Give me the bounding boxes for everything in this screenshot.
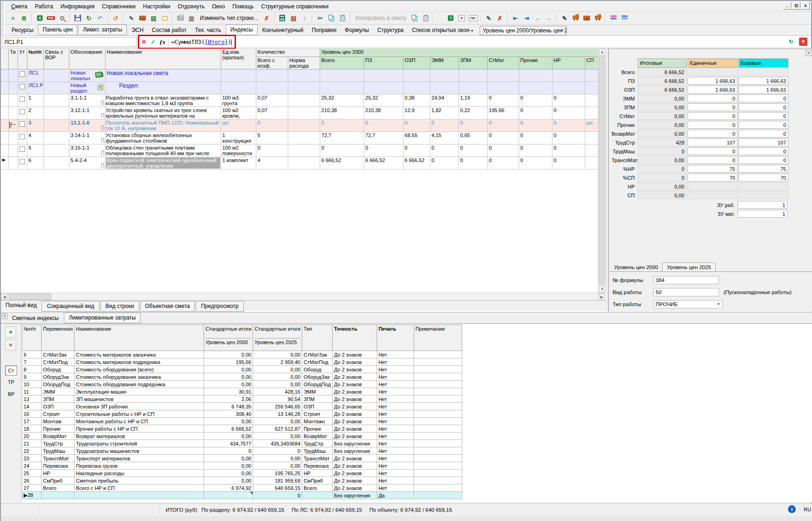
cancel-formula-button[interactable]: ✕ <box>139 38 149 46</box>
price-value-cell[interactable]: 75 <box>738 165 788 173</box>
cost-row-7[interactable]: 7СтМатПодСтоимость материалов подрядчика… <box>22 358 462 366</box>
drafting-icon[interactable]: ✎ <box>126 13 136 23</box>
copy-icon[interactable] <box>326 13 336 23</box>
price-value-cell[interactable]: 0 <box>738 103 788 111</box>
price-value-cell[interactable]: 0 <box>738 112 788 120</box>
cut-icon[interactable]: ✂ <box>315 13 325 23</box>
price-level-combobox[interactable]: Уровень цен 2000/Уровень цен 2025 ▼ <box>480 26 567 35</box>
book-icon[interactable]: ▥ <box>186 13 197 23</box>
close-button[interactable]: x <box>801 2 810 10</box>
cost-row-17[interactable]: 17МонтажМонтажные работы с НР и СП0,000,… <box>22 418 462 425</box>
delete-list-icon[interactable]: ✗ <box>495 13 505 23</box>
cost-row-13[interactable]: 13ЗПМЗП машинистов2,0690,54ЗПМДо 2 знако… <box>22 395 462 403</box>
view-tab-4[interactable]: Предпросмотр <box>196 301 243 312</box>
estimate-row-6[interactable]: ▶65.4-2-4Кран подвесной электрический од… <box>1 157 598 169</box>
price-level-tab-1[interactable]: Уровень цен 2025 <box>662 263 715 271</box>
price-value-cell[interactable]: 0 <box>688 156 738 164</box>
p-doc-icon[interactable]: Р <box>457 13 467 23</box>
formula-itogo-link[interactable]: {Итого} <box>205 39 228 45</box>
price-value-cell[interactable]: 0 <box>688 147 738 155</box>
zu-value[interactable]: 1 <box>738 201 787 209</box>
price-value-cell[interactable]: 0 <box>688 103 738 111</box>
menu-8[interactable]: Структурные справочники <box>257 2 332 11</box>
language-indicator[interactable]: RU <box>800 507 811 512</box>
view-tab-3[interactable]: Объектная смета <box>140 301 195 312</box>
copy-doc-blue-icon[interactable] <box>409 13 420 23</box>
outdent-icon[interactable]: ⇤ <box>510 13 521 23</box>
price-value-cell[interactable]: 0 <box>738 130 788 138</box>
scrollbar-thumb[interactable] <box>599 56 606 285</box>
work-kind-input[interactable]: 50 <box>653 288 719 296</box>
price-value-cell[interactable]: 0 <box>688 121 738 129</box>
indent-icon[interactable]: ⇥ <box>521 13 532 23</box>
help-book-icon[interactable]: ? <box>446 13 456 23</box>
collapse-tree-icon[interactable]: ≡ <box>8 13 18 23</box>
delete-row-button[interactable]: ✕ <box>5 339 16 351</box>
expand-tree-icon[interactable]: ≣ <box>19 13 29 23</box>
doc-tab-0[interactable]: Ресурсы <box>7 25 37 35</box>
approve-checkbox[interactable] <box>19 134 25 139</box>
scrollbar-thumb[interactable] <box>9 294 51 300</box>
cost-row-6[interactable]: 6СтМатЗакСтоимость материалов заказчика0… <box>22 351 462 358</box>
books-blue-icon[interactable] <box>620 13 630 23</box>
scroll-right-icon[interactable]: ▶ <box>598 294 605 300</box>
menu-6[interactable]: Окно <box>208 2 229 11</box>
approve-checkbox[interactable] <box>19 146 25 152</box>
view-tab-1[interactable]: Сокращенный вид <box>42 301 99 312</box>
bottom-tab-0[interactable]: Сметные индексы <box>7 314 63 323</box>
insert-doc-icon[interactable]: ▤ <box>288 13 298 23</box>
cost-row-16[interactable]: 16СтроитСтроительные работы с НР и СП308… <box>22 410 462 418</box>
shift-left-icon[interactable]: ← <box>533 13 543 23</box>
scroll-up-icon[interactable]: ▲ <box>599 49 606 56</box>
calculator-icon[interactable] <box>277 13 287 23</box>
doc-tab-2[interactable]: Лимит. затраты <box>78 25 127 35</box>
cost-row-21[interactable]: 21ТрудСтрТрудозатраты строителей434,7577… <box>22 440 462 447</box>
menu-2[interactable]: Информация <box>57 2 98 11</box>
price-value-cell[interactable]: 0 <box>738 156 788 164</box>
update-prices-icon[interactable]: ↺ <box>111 13 121 23</box>
cell-reference-input[interactable]: ЛС1.Р1 <box>2 37 137 47</box>
close-panel-icon[interactable]: ✕ <box>806 50 812 56</box>
vertical-scrollbar[interactable]: ▲ ▼ <box>598 49 606 293</box>
zu-value[interactable]: 1 <box>738 210 787 218</box>
view-tab-2[interactable]: Вид строки <box>100 301 139 312</box>
menu-3[interactable]: Справочники <box>98 2 139 11</box>
estimate-row-ЛС1.Р1[interactable]: ЛС1.Р1Новый разделРаздел: <box>1 82 598 94</box>
price-value-cell[interactable]: 1 666,63 <box>688 77 738 85</box>
search-icon[interactable] <box>57 13 67 23</box>
approve-checkbox[interactable] <box>19 71 25 77</box>
bottom-tab-1[interactable]: Лимитированные затраты <box>64 313 141 323</box>
estimate-row-3[interactable]: 313.1-1-6Пускатель магнитный ПМЛ-1220. Н… <box>1 119 598 132</box>
truck2-icon[interactable] <box>593 13 603 23</box>
menu-0[interactable]: Смета <box>7 2 31 11</box>
undo-icon[interactable]: ↶ <box>95 13 105 23</box>
tools-icon[interactable]: ✎ <box>559 13 570 23</box>
edit-list-icon[interactable]: ✎ <box>483 13 494 23</box>
pr-doc-icon[interactable]: ПР <box>468 13 478 23</box>
view-tab-0[interactable]: Полный вид <box>1 301 41 312</box>
estimate-row-5[interactable]: 53.15-1-1Облицовка стен гранитными плита… <box>1 144 598 157</box>
approve-checkbox[interactable] <box>19 109 25 114</box>
comment-icon[interactable] <box>160 13 170 23</box>
price-value-cell[interactable]: 0 <box>738 121 788 129</box>
cost-row-20[interactable]: 20ВозврМатВозврат материалов0,000,00Возв… <box>22 433 462 440</box>
filter-toggle-Ст[interactable]: Ст <box>5 365 17 376</box>
excel-export-icon[interactable]: X <box>35 13 45 23</box>
cost-row-26[interactable]: 26СмПрибСметная прибыль0,00181 959,69СмП… <box>22 477 462 484</box>
doc-tab-4[interactable]: Состав работ <box>148 25 191 35</box>
info-icon[interactable]: i <box>788 505 796 513</box>
move-up-icon[interactable]: ↑ <box>299 13 310 23</box>
price-value-cell[interactable]: 107 <box>738 138 788 146</box>
price-value-cell[interactable]: 1 666,63 <box>738 86 788 94</box>
doc-tab-9[interactable]: Формулы <box>341 25 373 35</box>
minimize-button[interactable]: _ <box>783 2 791 10</box>
estimate-row-2[interactable]: 23.12-1-1Устройство кровель скатных из т… <box>1 107 598 119</box>
horizontal-scrollbar[interactable]: ◀ ▶ <box>1 293 606 300</box>
cost-row-22[interactable]: 22ТрудМашТрудозатраты машинистов00ТрудМа… <box>22 447 462 455</box>
refresh-icon[interactable]: ↻ <box>84 13 94 23</box>
approve-checkbox[interactable] <box>19 96 25 102</box>
price-value-cell[interactable]: 107 <box>688 138 738 146</box>
scroll-down-icon[interactable]: ▼ <box>599 286 606 293</box>
doc-tab-6[interactable]: Индексы <box>226 25 258 35</box>
cost-row-10[interactable]: 10ОборудПодСтоимость оборудования подряд… <box>22 381 462 388</box>
